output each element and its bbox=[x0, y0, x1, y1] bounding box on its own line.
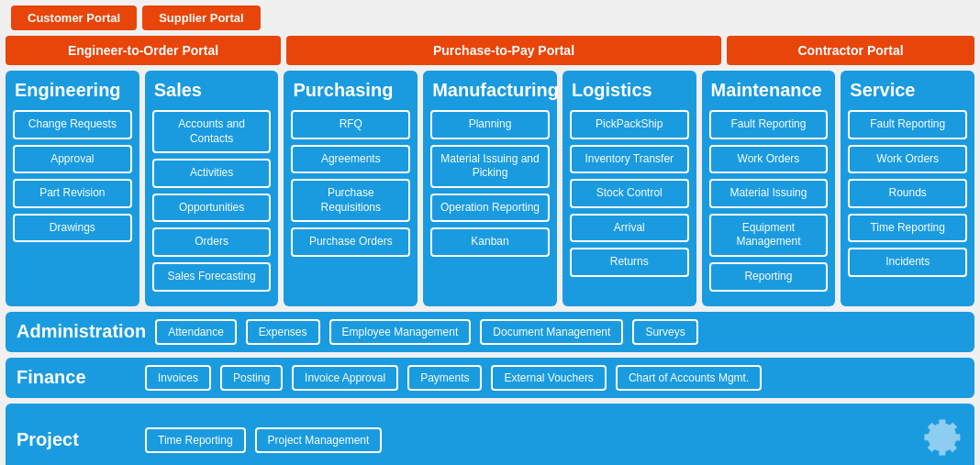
column-item[interactable]: Operation Reporting bbox=[430, 194, 550, 223]
column-title: Purchasing bbox=[291, 80, 410, 101]
module-column: SalesAccounts and ContactsActivitiesOppo… bbox=[145, 71, 279, 306]
column-item[interactable]: Agreements bbox=[291, 145, 410, 174]
bottom-row-item[interactable]: Payments bbox=[407, 365, 482, 391]
column-item[interactable]: Part Revision bbox=[13, 179, 132, 208]
bottom-row: ProjectTime ReportingProject Management bbox=[6, 404, 974, 465]
column-title: Manufacturing bbox=[430, 80, 550, 101]
bottom-row-item[interactable]: Posting bbox=[220, 365, 283, 391]
bottom-row-title: Project bbox=[17, 429, 136, 450]
column-item[interactable]: Orders bbox=[152, 227, 272, 257]
bottom-row-item[interactable]: Attendance bbox=[155, 319, 237, 345]
column-item[interactable]: RFQ bbox=[291, 110, 410, 139]
column-item[interactable]: Fault Reporting bbox=[848, 110, 967, 139]
gear-icon bbox=[908, 411, 963, 465]
column-item[interactable]: Change Requests bbox=[13, 110, 132, 139]
column-item[interactable]: Accounts and Contacts bbox=[152, 110, 272, 153]
column-item[interactable]: Fault Reporting bbox=[709, 110, 829, 139]
bottom-row-item[interactable]: Expenses bbox=[246, 319, 320, 345]
column-title: Service bbox=[848, 80, 967, 101]
column-item[interactable]: Returns bbox=[570, 248, 689, 277]
column-item[interactable]: Kanban bbox=[430, 227, 550, 257]
bottom-row: FinanceInvoicesPostingInvoice ApprovalPa… bbox=[6, 358, 974, 398]
column-item[interactable]: Stock Control bbox=[570, 179, 689, 208]
column-item[interactable]: Drawings bbox=[13, 214, 132, 243]
top-portal-btn[interactable]: Customer Portal bbox=[11, 6, 137, 30]
bottom-row-item[interactable]: External Vouchers bbox=[491, 365, 606, 391]
column-item[interactable]: Sales Forecasting bbox=[152, 262, 272, 292]
module-column: PurchasingRFQAgreementsPurchase Requisit… bbox=[284, 71, 418, 306]
main-container: Customer PortalSupplier Portal Engineer-… bbox=[0, 0, 980, 465]
column-item[interactable]: Material Issuing bbox=[709, 179, 829, 208]
column-item[interactable]: Inventory Transfer bbox=[570, 145, 689, 174]
columns-area: EngineeringChange RequestsApprovalPart R… bbox=[6, 71, 974, 306]
bottom-row-item[interactable]: Time Reporting bbox=[145, 427, 246, 453]
column-item[interactable]: Equipment Management bbox=[709, 214, 829, 257]
module-column: MaintenanceFault ReportingWork OrdersMat… bbox=[702, 71, 836, 306]
column-item[interactable]: Work Orders bbox=[709, 145, 829, 174]
column-title: Sales bbox=[152, 80, 272, 101]
bottom-rows-container: AdministrationAttendanceExpensesEmployee… bbox=[6, 312, 974, 465]
bottom-row-item[interactable]: Invoices bbox=[145, 365, 211, 391]
portal-header: Engineer-to-Order Portal bbox=[6, 36, 281, 65]
column-item[interactable]: Incidents bbox=[848, 248, 967, 277]
bottom-row: AdministrationAttendanceExpensesEmployee… bbox=[6, 312, 974, 352]
column-item[interactable]: Arrival bbox=[570, 214, 689, 243]
portal-header: Purchase-to-Pay Portal bbox=[286, 36, 721, 65]
column-title: Engineering bbox=[13, 80, 132, 101]
module-column: ManufacturingPlanningMaterial Issuing an… bbox=[423, 71, 557, 306]
bottom-row-item[interactable]: Document Management bbox=[480, 319, 623, 345]
portal-header: Contractor Portal bbox=[727, 36, 974, 65]
column-item[interactable]: Rounds bbox=[848, 179, 967, 208]
portal-headers: Engineer-to-Order PortalPurchase-to-Pay … bbox=[6, 36, 974, 65]
bottom-row-title: Finance bbox=[17, 367, 136, 388]
module-column: EngineeringChange RequestsApprovalPart R… bbox=[6, 71, 139, 306]
column-item[interactable]: PickPackShip bbox=[570, 110, 689, 139]
column-item[interactable]: Approval bbox=[13, 145, 132, 174]
column-title: Maintenance bbox=[709, 80, 829, 101]
column-item[interactable]: Material Issuing and Picking bbox=[430, 145, 550, 188]
column-item[interactable]: Time Reporting bbox=[848, 214, 967, 243]
column-item[interactable]: Planning bbox=[430, 110, 550, 139]
bottom-row-title: Administration bbox=[17, 321, 146, 342]
column-item[interactable]: Reporting bbox=[709, 262, 829, 292]
column-item[interactable]: Activities bbox=[152, 159, 272, 188]
bottom-row-item[interactable]: Project Management bbox=[255, 427, 383, 453]
bottom-row-item[interactable]: Chart of Accounts Mgmt. bbox=[616, 365, 762, 391]
bottom-row-item[interactable]: Employee Management bbox=[329, 319, 472, 345]
column-item[interactable]: Purchase Requisitions bbox=[291, 179, 410, 222]
column-item[interactable]: Work Orders bbox=[848, 145, 967, 174]
bottom-row-item[interactable]: Invoice Approval bbox=[292, 365, 398, 391]
module-column: ServiceFault ReportingWork OrdersRoundsT… bbox=[841, 71, 974, 306]
column-title: Logistics bbox=[570, 80, 689, 101]
module-column: LogisticsPickPackShipInventory TransferS… bbox=[562, 71, 696, 306]
top-portals: Customer PortalSupplier Portal bbox=[11, 6, 974, 30]
column-item[interactable]: Opportunities bbox=[152, 194, 272, 223]
bottom-row-item[interactable]: Surveys bbox=[632, 319, 697, 345]
top-portal-btn[interactable]: Supplier Portal bbox=[142, 6, 260, 30]
column-item[interactable]: Purchase Orders bbox=[291, 227, 410, 257]
